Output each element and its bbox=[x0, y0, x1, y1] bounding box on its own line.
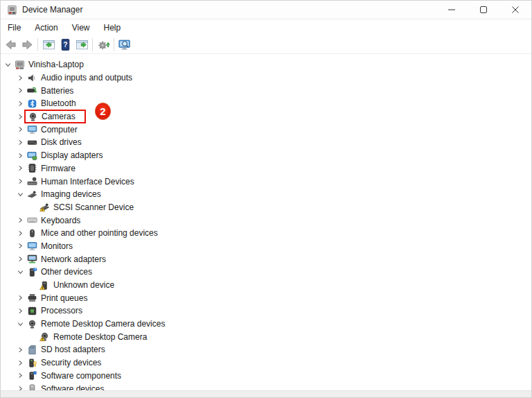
tree-item-content: SCSI Scanner Device bbox=[39, 201, 134, 214]
tree-item-other-devices[interactable]: ?Other devices bbox=[1, 266, 531, 279]
chevron-right-icon[interactable] bbox=[17, 178, 26, 185]
tree-item-imaging-devices[interactable]: Imaging devices bbox=[1, 188, 531, 201]
menu-item-view[interactable]: View bbox=[65, 19, 97, 36]
tree-item-monitors[interactable]: Monitors bbox=[1, 240, 531, 253]
chevron-down-icon[interactable] bbox=[17, 268, 26, 276]
chevron-right-icon[interactable] bbox=[17, 294, 26, 302]
chevron-right-icon[interactable] bbox=[17, 372, 26, 379]
tree-item-vinisha-laptop[interactable]: Vinisha-Laptop bbox=[1, 58, 531, 71]
toolbar-separator bbox=[92, 38, 93, 51]
chevron-right-icon[interactable] bbox=[17, 307, 26, 315]
minimize-button[interactable] bbox=[436, 1, 468, 19]
tree-item-label: Mice and other pointing devices bbox=[41, 228, 158, 238]
tree-item-label: Print queues bbox=[41, 293, 87, 303]
tree-item-label: Human Interface Devices bbox=[41, 177, 134, 187]
close-icon bbox=[499, 1, 531, 19]
chevron-right-icon[interactable] bbox=[17, 100, 26, 107]
chevron-right-icon[interactable] bbox=[17, 164, 26, 172]
printer-icon bbox=[26, 293, 37, 304]
tree-item-batteries[interactable]: Batteries bbox=[1, 84, 531, 97]
bluetooth-icon bbox=[26, 98, 37, 109]
toolbar-back-button[interactable] bbox=[2, 37, 19, 53]
tree-item-keyboards[interactable]: Keyboards bbox=[1, 214, 531, 227]
forward-arrow-icon bbox=[21, 38, 34, 51]
tree-item-firmware[interactable]: Firmware bbox=[1, 162, 531, 175]
toolbar-help-button[interactable]: ? bbox=[57, 37, 73, 53]
battery-icon bbox=[26, 85, 37, 96]
chevron-right-icon[interactable] bbox=[17, 346, 26, 354]
chevron-right-icon[interactable] bbox=[17, 87, 26, 94]
disk-drive-icon bbox=[26, 137, 37, 148]
tree-item-content: Mice and other pointing devices bbox=[26, 227, 158, 240]
tree-item-display-adapters[interactable]: Display adapters bbox=[1, 149, 531, 162]
tree-item-content: Human Interface Devices bbox=[26, 175, 134, 188]
speaker-icon bbox=[26, 72, 37, 83]
monitor-icon bbox=[26, 124, 37, 135]
tree-item-label: Bluetooth bbox=[41, 98, 76, 108]
tree-item-label: Keyboards bbox=[41, 216, 80, 225]
tree-item-label: Display adapters bbox=[41, 150, 103, 160]
tree-item-cameras[interactable]: Cameras bbox=[1, 110, 531, 123]
tree-item-bluetooth[interactable]: Bluetooth bbox=[1, 97, 531, 110]
tree-item-mice-and-other-pointing-devices[interactable]: Mice and other pointing devices bbox=[1, 227, 531, 240]
toolbar: ? bbox=[1, 36, 531, 55]
toolbar-show-console-tree-button[interactable] bbox=[40, 37, 57, 53]
toolbar-forward-button[interactable] bbox=[19, 37, 35, 53]
imaging-device-icon bbox=[26, 189, 37, 200]
tree-item-content: Security devices bbox=[26, 356, 101, 370]
tree-item-software-components[interactable]: Software components bbox=[1, 370, 531, 383]
tree-item-processors[interactable]: Processors bbox=[1, 304, 531, 318]
chevron-right-icon[interactable] bbox=[17, 216, 26, 224]
tree-item-label: Vinisha-Laptop bbox=[28, 60, 84, 69]
tree-item-unknown-device[interactable]: Unknown device bbox=[1, 279, 531, 292]
tree-item-remote-desktop-camera-devices[interactable]: Remote Desktop Camera devices bbox=[1, 318, 531, 331]
chevron-down-icon[interactable] bbox=[17, 191, 26, 198]
tree-item-label: Other devices bbox=[41, 267, 92, 277]
chevron-right-icon[interactable] bbox=[17, 242, 26, 250]
tree-item-security-devices[interactable]: Security devices bbox=[1, 356, 531, 370]
chevron-right-icon[interactable] bbox=[17, 126, 26, 133]
minimize-icon bbox=[436, 1, 468, 19]
chevron-right-icon[interactable] bbox=[17, 230, 26, 237]
tree-item-label: Unknown device bbox=[53, 280, 114, 290]
back-arrow-icon bbox=[4, 38, 17, 51]
chevron-right-icon[interactable] bbox=[17, 139, 26, 146]
chevron-down-icon[interactable] bbox=[17, 320, 26, 328]
toolbar-separator bbox=[114, 38, 114, 51]
close-button[interactable] bbox=[499, 1, 531, 19]
maximize-button[interactable] bbox=[468, 1, 499, 19]
tree-item-print-queues[interactable]: Print queues bbox=[1, 291, 531, 304]
tree-item-human-interface-devices[interactable]: Human Interface Devices bbox=[1, 175, 531, 188]
device-tree: Vinisha-LaptopAudio inputs and outputsBa… bbox=[1, 54, 531, 397]
tree-item-content: Processors bbox=[26, 304, 82, 318]
tree-item-scsi-scanner-device[interactable]: SCSI Scanner Device bbox=[1, 201, 531, 214]
mouse-icon bbox=[26, 227, 37, 239]
chevron-right-icon[interactable] bbox=[17, 359, 26, 367]
device-manager-app-icon bbox=[7, 5, 17, 15]
sd-card-icon bbox=[26, 344, 37, 355]
menu-item-help[interactable]: Help bbox=[97, 19, 128, 36]
toolbar-properties-button[interactable] bbox=[73, 37, 90, 53]
menu-item-action[interactable]: Action bbox=[28, 19, 64, 36]
tree-item-remote-desktop-camera[interactable]: Remote Desktop Camera bbox=[1, 330, 531, 343]
tree-item-disk-drives[interactable]: Disk drives bbox=[1, 136, 531, 149]
tree-item-content: Vinisha-Laptop bbox=[14, 58, 84, 71]
tree-item-audio-inputs-and-outputs[interactable]: Audio inputs and outputs bbox=[1, 71, 531, 85]
toolbar-scan-for-hardware-changes-button[interactable] bbox=[116, 37, 133, 53]
tree-item-network-adapters[interactable]: Network adapters bbox=[1, 252, 531, 266]
chevron-right-icon[interactable] bbox=[17, 74, 26, 82]
tree-item-label: Computer bbox=[41, 125, 78, 135]
chevron-right-icon[interactable] bbox=[17, 255, 26, 263]
chevron-right-icon[interactable] bbox=[17, 152, 26, 159]
tree-item-label: Batteries bbox=[41, 86, 73, 96]
menu-item-file[interactable]: File bbox=[1, 19, 28, 36]
toolbar-update-driver-button[interactable] bbox=[95, 37, 112, 53]
tree-item-label: SD host adapters bbox=[41, 345, 105, 354]
imaging-device-icon-with-warning bbox=[39, 202, 50, 213]
tree-item-computer[interactable]: Computer bbox=[1, 123, 531, 136]
chevron-down-icon[interactable] bbox=[4, 61, 14, 69]
tree-item-content: Software components bbox=[26, 370, 121, 383]
device-tower-icon-with-warning bbox=[39, 279, 50, 291]
keyboard-icon bbox=[26, 215, 37, 226]
tree-item-sd-host-adapters[interactable]: SD host adapters bbox=[1, 343, 531, 356]
